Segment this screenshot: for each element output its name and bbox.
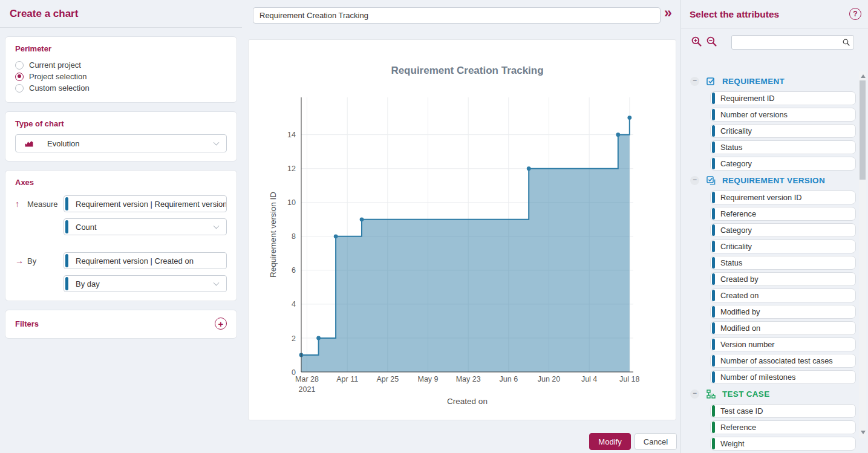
attribute-item-label: Status — [720, 143, 742, 152]
attribute-item[interactable]: Requirement version ID — [710, 191, 856, 204]
accent-bar — [712, 339, 715, 350]
footer-actions: Modify Cancel — [242, 433, 677, 450]
svg-text:Jul 18: Jul 18 — [619, 375, 639, 383]
chart-editor-window: Create a chart Perimeter Current project… — [0, 0, 868, 453]
attribute-group-header[interactable]: −TEST CASE — [681, 387, 858, 400]
attribute-item-label: Requirement version ID — [720, 193, 801, 202]
attribute-item[interactable]: Weight — [710, 437, 856, 451]
svg-text:May 23: May 23 — [456, 375, 481, 383]
attribute-item-label: Requirement ID — [720, 94, 775, 103]
by-attribute-value: Requirement version | Created on — [76, 256, 194, 266]
by-attribute-field[interactable]: Requirement version | Created on — [64, 252, 227, 269]
attribute-item-label: Category — [720, 226, 752, 235]
measure-operation-value: Count — [76, 223, 97, 232]
attributes-toolbar — [681, 28, 868, 56]
attribute-item[interactable]: Created on — [710, 288, 856, 302]
accent-bar — [712, 438, 715, 449]
attribute-item-label: Reference — [720, 423, 756, 432]
chart-name-input[interactable] — [253, 7, 661, 24]
attribute-item[interactable]: Modified on — [710, 321, 856, 335]
help-icon[interactable]: ? — [849, 8, 861, 20]
attribute-item[interactable]: Requirement ID — [710, 91, 856, 105]
modify-button[interactable]: Modify — [589, 433, 631, 450]
zoom-out-icon[interactable] — [706, 36, 717, 50]
svg-text:Requirement Creation Tracking: Requirement Creation Tracking — [391, 65, 543, 76]
attributes-panel: Select the attributes ? −REQUIREMENTRequ… — [680, 0, 868, 453]
attribute-item[interactable]: Category — [710, 157, 856, 171]
attribute-item[interactable]: Number of associated test cases — [710, 354, 856, 368]
attribute-item[interactable]: Reference — [710, 420, 856, 434]
collapse-icon[interactable]: − — [690, 77, 699, 86]
collapse-icon[interactable]: − — [690, 176, 699, 185]
checkbox-version-icon — [706, 175, 716, 186]
radio-label: Project selection — [29, 72, 86, 81]
radio-icon[interactable] — [15, 73, 24, 81]
hierarchy-icon — [706, 389, 716, 399]
accent-bar — [712, 273, 715, 285]
scrollbar-down-arrow[interactable] — [861, 431, 866, 434]
attribute-item[interactable]: Number of milestones — [710, 370, 856, 384]
svg-text:Created on: Created on — [447, 397, 488, 406]
attribute-item[interactable]: Category — [710, 223, 856, 237]
accent-bar — [712, 322, 715, 334]
checkbox-icon — [706, 76, 716, 86]
attribute-item[interactable]: Status — [710, 140, 856, 154]
chart-card: 02468101214Mar 282021Apr 11Apr 25May 9Ma… — [248, 39, 676, 420]
attribute-item-label: Modified by — [720, 307, 760, 316]
accent-bar — [712, 290, 715, 301]
radio-option-project-selection[interactable]: Project selection — [15, 71, 227, 82]
svg-text:May 9: May 9 — [417, 375, 438, 383]
attribute-item-label: Criticality — [720, 242, 752, 251]
accent-bar — [712, 405, 715, 417]
attribute-item[interactable]: Criticality — [710, 124, 856, 138]
svg-text:10: 10 — [287, 198, 296, 207]
attribute-group-header[interactable]: −REQUIREMENT VERSION — [681, 174, 858, 187]
attribute-search-input[interactable] — [731, 35, 854, 50]
accent-bar — [712, 257, 715, 269]
perimeter-label: Perimeter — [15, 44, 227, 53]
attribute-item[interactable]: Test case ID — [710, 404, 856, 418]
radio-label: Current project — [29, 60, 81, 70]
accent-bar — [712, 208, 715, 220]
chart-preview-area: » 02468101214Mar 282021Apr 11Apr 25May 9… — [242, 0, 680, 453]
chart-form-panel: Create a chart Perimeter Current project… — [0, 0, 242, 453]
svg-text:Mar 28: Mar 28 — [295, 375, 319, 383]
cancel-button[interactable]: Cancel — [635, 433, 677, 450]
attribute-item[interactable]: Criticality — [710, 240, 856, 253]
accent-bar — [712, 158, 715, 169]
zoom-in-icon[interactable] — [691, 36, 702, 50]
attribute-item[interactable]: Reference — [710, 207, 856, 221]
accent-bar — [712, 422, 715, 433]
attribute-group-label: REQUIREMENT VERSION — [722, 176, 825, 185]
attribute-item[interactable]: Modified by — [710, 305, 856, 319]
attribute-item-label: Modified on — [720, 324, 760, 333]
svg-text:2021: 2021 — [299, 385, 316, 394]
attribute-item[interactable]: Status — [710, 256, 856, 270]
radio-option-current-project[interactable]: Current project — [15, 59, 227, 71]
by-operation-select[interactable]: By day — [64, 275, 227, 292]
add-filter-icon[interactable]: + — [215, 318, 227, 330]
chevron-down-icon — [214, 140, 220, 146]
attribute-item-label: Created on — [720, 291, 759, 300]
radio-option-custom-selection[interactable]: Custom selection — [15, 82, 227, 94]
attribute-group-header[interactable]: −REQUIREMENT — [681, 74, 858, 88]
collapse-icon[interactable]: − — [690, 389, 699, 399]
scrollbar-up-arrow[interactable] — [861, 74, 866, 78]
scrollbar-thumb[interactable] — [860, 80, 866, 180]
attribute-item[interactable]: Version number — [710, 337, 856, 351]
measure-operation-select[interactable]: Count — [64, 218, 227, 235]
perimeter-options: Current projectProject selectionCustom s… — [15, 59, 227, 94]
collapse-attributes-icon[interactable]: » — [664, 5, 671, 21]
axes-card: Axes ↑ Measure Requirement version | Req… — [5, 170, 237, 301]
filters-label: Filters — [15, 319, 39, 328]
radio-icon[interactable] — [15, 84, 24, 93]
chart-type-select[interactable]: Evolution — [15, 134, 227, 152]
measure-attribute-field[interactable]: Requirement version | Requirement versio… — [64, 195, 227, 212]
attribute-item-label: Test case ID — [720, 406, 763, 416]
evolution-chart-icon — [24, 139, 34, 148]
radio-icon[interactable] — [15, 61, 24, 70]
svg-text:8: 8 — [292, 232, 296, 241]
chart-type-value: Evolution — [47, 139, 79, 148]
attribute-item[interactable]: Number of versions — [710, 108, 856, 122]
attribute-item[interactable]: Created by — [710, 272, 856, 286]
